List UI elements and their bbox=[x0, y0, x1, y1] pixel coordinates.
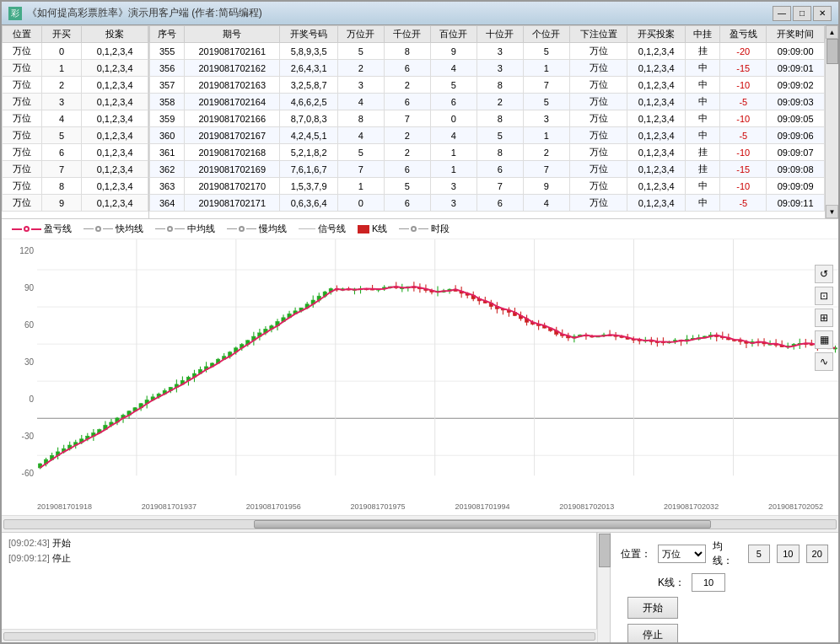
col-touan: 投案 bbox=[82, 26, 148, 43]
log-hscrollbar[interactable] bbox=[2, 629, 597, 642]
y-90: 90 bbox=[5, 283, 34, 292]
legend-pnl-label: 盈亏线 bbox=[44, 223, 72, 235]
refresh-button[interactable]: ↺ bbox=[815, 265, 833, 283]
left-table-row: 万位30,1,2,3,4 bbox=[3, 94, 148, 110]
x-label-4: 2019081701994 bbox=[455, 502, 509, 511]
chart-section: 盈亏线 快均线 中均线 bbox=[2, 219, 838, 533]
legend-pnl[interactable]: 盈亏线 bbox=[12, 223, 72, 235]
legend-signal[interactable]: 信号线 bbox=[299, 223, 346, 235]
kline-input[interactable] bbox=[692, 573, 725, 592]
left-table-row: 万位70,1,2,3,4 bbox=[3, 161, 148, 178]
main-window: 彩 《如何提高彩票胜率》演示用客户端 (作者:简码编程) — □ ✕ 位置 开买… bbox=[0, 0, 840, 644]
chart-canvas bbox=[37, 239, 838, 498]
content-area: 位置 开买 投案 万位00,1,2,3,4万位10,1,2,3,4万位20,1,… bbox=[2, 25, 838, 642]
top-section: 位置 开买 投案 万位00,1,2,3,4万位10,1,2,3,4万位20,1,… bbox=[2, 25, 838, 219]
log-scrollbar[interactable] bbox=[597, 533, 611, 642]
legend-fast-ma[interactable]: 快均线 bbox=[83, 223, 143, 235]
chart-svg bbox=[37, 239, 838, 498]
table-row: 35520190817021615,8,9,3,558935万位0,1,2,3,… bbox=[150, 43, 825, 60]
y-0: 0 bbox=[5, 394, 34, 404]
ma-label: 均线： bbox=[713, 539, 741, 568]
position-row: 位置： 万位千位百位十位个位 均线： 5 10 20 bbox=[621, 539, 828, 568]
bar-chart-button[interactable]: ▦ bbox=[815, 330, 833, 349]
y-n30: -30 bbox=[5, 432, 34, 441]
scroll-up[interactable]: ▲ bbox=[826, 25, 838, 39]
left-table-row: 万位20,1,2,3,4 bbox=[3, 77, 148, 94]
table-row: 35820190817021644,6,6,2,546625万位0,1,2,3,… bbox=[150, 94, 825, 110]
position-select[interactable]: 万位千位百位十位个位 bbox=[658, 545, 706, 563]
x-label-6: 2019081702032 bbox=[664, 502, 719, 511]
legend-kline[interactable]: K线 bbox=[358, 223, 387, 235]
left-table-container: 位置 开买 投案 万位00,1,2,3,4万位10,1,2,3,4万位20,1,… bbox=[2, 25, 149, 218]
app-icon: 彩 bbox=[8, 7, 22, 20]
x-label-3: 2019081701975 bbox=[351, 502, 406, 511]
table-row: 35620190817021622,6,4,3,126431万位0,1,2,3,… bbox=[150, 60, 825, 77]
left-table-row: 万位90,1,2,3,4 bbox=[3, 195, 148, 212]
zoom-fit-button[interactable]: ⊡ bbox=[815, 287, 833, 305]
col-position: 位置 bbox=[3, 26, 42, 43]
left-table-row: 万位80,1,2,3,4 bbox=[3, 178, 148, 195]
log-entry: [09:02:43] 开始 bbox=[8, 536, 590, 551]
ma20-button[interactable]: 20 bbox=[806, 545, 828, 563]
ma5-button[interactable]: 5 bbox=[748, 545, 770, 563]
close-button[interactable]: ✕ bbox=[813, 6, 832, 21]
log-scroll-thumb[interactable] bbox=[599, 534, 611, 567]
kline-row: K线： bbox=[621, 573, 828, 592]
y-60: 60 bbox=[5, 320, 34, 330]
scroll-track[interactable] bbox=[3, 519, 837, 529]
x-label-0: 2019081701918 bbox=[37, 502, 92, 511]
window-title: 《如何提高彩票胜率》演示用客户端 (作者:简码编程) bbox=[27, 6, 773, 20]
line-chart-button[interactable]: ∿ bbox=[815, 352, 833, 371]
scroll-track[interactable] bbox=[826, 39, 838, 205]
table-row: 36320190817021701,5,3,7,915379万位0,1,2,3,… bbox=[150, 178, 825, 195]
minimize-button[interactable]: — bbox=[773, 6, 791, 21]
y-axis: 120 90 60 30 0 -30 -60 bbox=[2, 239, 37, 498]
log-entry: [09:09:12] 停止 bbox=[8, 551, 590, 566]
left-table-row: 万位50,1,2,3,4 bbox=[3, 127, 148, 144]
x-axis-labels: 2019081701918 2019081701937 201908170195… bbox=[37, 502, 823, 511]
action-row: 开始 bbox=[621, 597, 828, 619]
left-table-row: 万位40,1,2,3,4 bbox=[3, 110, 148, 127]
left-table-row: 万位00,1,2,3,4 bbox=[3, 43, 148, 60]
left-table-row: 万位10,1,2,3,4 bbox=[3, 60, 148, 77]
stop-row: 停止 bbox=[621, 624, 828, 642]
table-row: 36420190817021710,6,3,6,406364万位0,1,2,3,… bbox=[150, 195, 825, 212]
log-hscroll-track[interactable] bbox=[3, 632, 595, 641]
legend-slow-ma-label: 慢均线 bbox=[259, 223, 287, 235]
legend-fast-ma-label: 快均线 bbox=[116, 223, 143, 235]
legend-slow-ma[interactable]: 慢均线 bbox=[227, 223, 287, 235]
kline-label: K线： bbox=[658, 576, 685, 590]
left-table-row: 万位60,1,2,3,4 bbox=[3, 144, 148, 161]
y-30: 30 bbox=[5, 357, 34, 367]
stop-button[interactable]: 停止 bbox=[627, 624, 678, 642]
legend-signal-label: 信号线 bbox=[318, 223, 346, 235]
log-area[interactable]: [09:02:43] 开始[09:09:12] 停止 bbox=[2, 533, 597, 629]
ma10-button[interactable]: 10 bbox=[777, 545, 799, 563]
table-row: 35720190817021633,2,5,8,732587万位0,1,2,3,… bbox=[150, 77, 825, 94]
table-row: 36120190817021685,2,1,8,252182万位0,1,2,3,… bbox=[150, 144, 825, 161]
position-label: 位置： bbox=[621, 547, 651, 561]
start-button[interactable]: 开始 bbox=[627, 597, 678, 619]
zoom-in-button[interactable]: ⊞ bbox=[815, 309, 833, 327]
table-row: 35920190817021668,7,0,8,387083万位0,1,2,3,… bbox=[150, 110, 825, 127]
chart-toolbar: ↺ ⊡ ⊞ ▦ ∿ bbox=[815, 265, 833, 371]
right-scrollbar[interactable]: ▲ ▼ bbox=[825, 25, 838, 218]
table-row: 36220190817021697,6,1,6,776167万位0,1,2,3,… bbox=[150, 161, 825, 178]
legend-period[interactable]: 时段 bbox=[399, 223, 450, 235]
y-120: 120 bbox=[5, 246, 34, 255]
x-label-1: 2019081701937 bbox=[142, 502, 197, 511]
chart-scrollbar[interactable] bbox=[2, 515, 838, 532]
legend-mid-ma[interactable]: 中均线 bbox=[155, 223, 215, 235]
restore-button[interactable]: □ bbox=[793, 6, 811, 21]
right-table-container[interactable]: 序号期号开奖号码万位开千位开百位开十位开个位开下注位置开买投案中挂盈亏线开奖时间… bbox=[149, 25, 825, 218]
chart-area: 120 90 60 30 0 -30 -60 bbox=[2, 239, 838, 498]
scroll-thumb[interactable] bbox=[827, 39, 838, 64]
scroll-thumb[interactable] bbox=[254, 520, 711, 529]
log-section: [09:02:43] 开始[09:09:12] 停止 bbox=[2, 533, 597, 642]
x-label-2: 2019081701956 bbox=[246, 502, 301, 511]
legend-period-label: 时段 bbox=[431, 223, 450, 235]
title-bar: 彩 《如何提高彩票胜率》演示用客户端 (作者:简码编程) — □ ✕ bbox=[2, 2, 838, 25]
legend-mid-ma-label: 中均线 bbox=[187, 223, 215, 235]
scroll-down[interactable]: ▼ bbox=[826, 205, 838, 218]
x-axis: 2019081701918 2019081701937 201908170195… bbox=[2, 498, 838, 515]
